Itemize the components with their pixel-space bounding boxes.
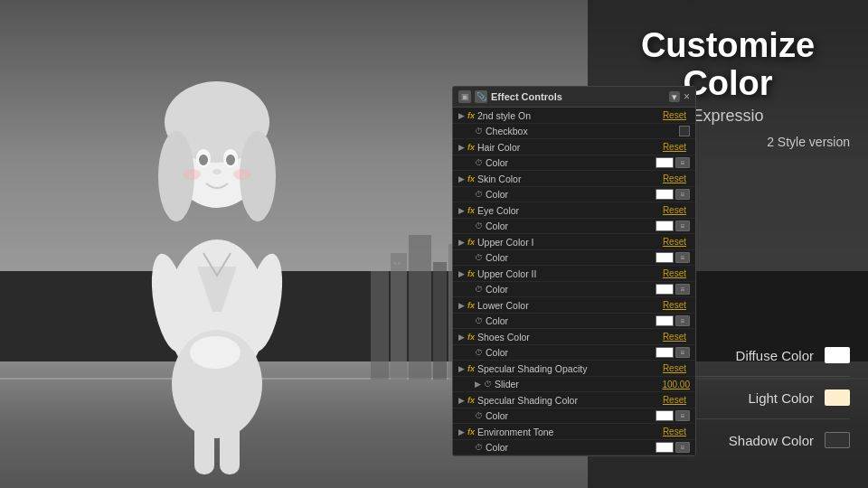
panel-icon-2: 📎	[475, 90, 487, 103]
fx-color-box-lower_color_sub[interactable]	[656, 315, 674, 326]
fx-icon-lower_color: fx	[467, 301, 475, 310]
fx-sub-row-shoes_color_sub: ⏱ Color	[453, 345, 695, 361]
fx-color-box-upper_color1_sub[interactable]	[656, 252, 674, 263]
fx-icon-spec_opacity: fx	[467, 364, 475, 373]
color-label-text-light: Light Color	[748, 390, 814, 406]
fx-expand-shoes_color[interactable]: ▶	[458, 333, 467, 342]
fx-expand-spec_color[interactable]: ▶	[458, 396, 467, 405]
fx-menu-btn-eye_color_sub[interactable]	[675, 221, 690, 231]
style-version: 2 Style version	[767, 135, 850, 149]
clock-icon-hair_color_sub: ⏱	[475, 158, 483, 167]
color-swatch-diffuse[interactable]	[825, 347, 850, 363]
fx-label-spec_color: Specular Shading Color	[477, 395, 663, 406]
fx-slider-expand-spec_opacity_slider[interactable]: ▶	[475, 380, 484, 389]
fx-reset-2nd_style[interactable]: Reset	[663, 110, 686, 120]
fx-expand-skin_color[interactable]: ▶	[458, 174, 467, 183]
fx-reset-spec_color[interactable]: Reset	[663, 395, 686, 405]
fx-reset-upper_color2[interactable]: Reset	[663, 268, 686, 278]
fx-menu-btn-spec_color_sub[interactable]	[675, 410, 690, 421]
clock-icon-eye_color_sub: ⏱	[475, 221, 483, 230]
fx-expand-upper_color1[interactable]: ▶	[458, 238, 467, 247]
fx-label-upper_color1: Upper Color I	[477, 237, 663, 248]
clock-icon-upper_color1_sub: ⏱	[475, 253, 483, 262]
svg-point-25	[212, 169, 222, 174]
panel-header: ▣ 📎 Effect Controls ▾ ×	[453, 87, 695, 108]
fx-expand-upper_color2[interactable]: ▶	[458, 269, 467, 278]
panel-close-button[interactable]: ×	[684, 90, 690, 103]
fx-color-box-spec_color_sub[interactable]	[656, 410, 674, 421]
fx-icon-skin_color: fx	[467, 174, 475, 183]
fx-reset-env_tone[interactable]: Reset	[663, 427, 686, 436]
fx-expand-env_tone[interactable]: ▶	[458, 427, 467, 436]
clock-icon-spec_opacity_slider: ⏱	[484, 380, 492, 389]
fx-sub-row-upper_color2_sub: ⏱ Color	[453, 282, 695, 297]
fx-label-upper_color2: Upper Color II	[477, 268, 663, 279]
fx-icon-shoes_color: fx	[467, 333, 475, 342]
color-label-text-diffuse: Diffuse Color	[736, 348, 814, 363]
fx-sub-label-upper_color2_sub: Color	[486, 284, 656, 295]
fx-row-skin_color[interactable]: ▶ fx Skin Color Reset	[453, 171, 695, 187]
svg-rect-3	[433, 262, 447, 380]
character-svg	[90, 32, 344, 483]
fx-color-box-env_tone_sub[interactable]	[656, 442, 674, 453]
fx-reset-eye_color[interactable]: Reset	[663, 205, 686, 215]
fx-label-lower_color: Lower Color	[477, 300, 663, 311]
panel-dropdown-icon[interactable]: ▾	[669, 91, 680, 102]
fx-expand-spec_opacity[interactable]: ▶	[458, 364, 467, 373]
color-swatch-light[interactable]	[825, 389, 850, 406]
fx-icon-hair_color: fx	[467, 143, 475, 152]
fx-menu-btn-skin_color_sub[interactable]	[675, 189, 690, 200]
fx-sub-row-2nd_style_cb: ⏱ Checkbox	[453, 124, 695, 139]
fx-menu-btn-lower_color_sub[interactable]	[675, 315, 690, 326]
fx-reset-shoes_color[interactable]: Reset	[663, 332, 686, 342]
fx-menu-btn-upper_color1_sub[interactable]	[675, 252, 690, 263]
fx-expand-2nd_style[interactable]: ▶	[458, 111, 467, 120]
fx-row-env_tone[interactable]: ▶ fx Environment Tone Reset	[453, 424, 695, 440]
fx-menu-btn-env_tone_sub[interactable]	[675, 442, 690, 453]
fx-row-upper_color2[interactable]: ▶ fx Upper Color II Reset	[453, 266, 695, 282]
clock-icon-skin_color_sub: ⏱	[475, 190, 483, 199]
fx-color-box-shoes_color_sub[interactable]	[656, 347, 674, 358]
fx-row-shoes_color[interactable]: ▶ fx Shoes Color Reset	[453, 329, 695, 345]
fx-expand-hair_color[interactable]: ▶	[458, 143, 467, 152]
fx-expand-eye_color[interactable]: ▶	[458, 206, 467, 215]
fx-label-eye_color: Eye Color	[477, 205, 663, 216]
fx-sub-row-hair_color_sub: ⏱ Color	[453, 155, 695, 171]
fx-color-box-skin_color_sub[interactable]	[656, 189, 674, 200]
fx-sub-label-hair_color_sub: Color	[486, 157, 656, 168]
fx-row-spec_opacity[interactable]: ▶ fx Specular Shading Opacity Reset	[453, 361, 695, 377]
fx-label-spec_opacity: Specular Shading Opacity	[477, 363, 663, 374]
fx-row-eye_color[interactable]: ▶ fx Eye Color Reset	[453, 202, 695, 219]
svg-point-23	[183, 169, 201, 180]
effect-controls-panel: ▣ 📎 Effect Controls ▾ × ▶ fx 2nd style O…	[452, 86, 696, 456]
fx-checkbox-2nd_style_cb[interactable]	[679, 126, 690, 136]
fx-color-box-hair_color_sub[interactable]	[656, 157, 674, 168]
clock-icon-lower_color_sub: ⏱	[475, 316, 483, 325]
fx-row-hair_color[interactable]: ▶ fx Hair Color Reset	[453, 139, 695, 155]
fx-reset-hair_color[interactable]: Reset	[663, 142, 686, 152]
fx-menu-btn-upper_color2_sub[interactable]	[675, 284, 690, 295]
fx-reset-lower_color[interactable]: Reset	[663, 300, 686, 310]
fx-icon-spec_color: fx	[467, 396, 475, 405]
panel-title: Effect Controls	[491, 91, 665, 102]
clock-icon-env_tone_sub: ⏱	[475, 443, 483, 452]
fx-expand-lower_color[interactable]: ▶	[458, 301, 467, 310]
fx-label-hair_color: Hair Color	[477, 142, 663, 153]
clock-icon-spec_color_sub: ⏱	[475, 411, 483, 420]
fx-sub-label-upper_color1_sub: Color	[486, 252, 656, 263]
fx-reset-spec_opacity[interactable]: Reset	[663, 363, 686, 373]
fx-reset-skin_color[interactable]: Reset	[663, 174, 686, 183]
color-swatch-shadow[interactable]	[825, 432, 850, 448]
fx-menu-btn-shoes_color_sub[interactable]	[675, 347, 690, 358]
fx-row-spec_color[interactable]: ▶ fx Specular Shading Color Reset	[453, 392, 695, 408]
fx-color-box-upper_color2_sub[interactable]	[656, 284, 674, 295]
fx-label-2nd_style: 2nd style On	[477, 110, 663, 121]
fx-row-2nd_style[interactable]: ▶ fx 2nd style On Reset	[453, 108, 695, 124]
fx-reset-upper_color1[interactable]: Reset	[663, 237, 686, 247]
fx-row-upper_color1[interactable]: ▶ fx Upper Color I Reset	[453, 234, 695, 250]
fx-sub-row-eye_color_sub: ⏱ Color	[453, 219, 695, 234]
fx-slider-value-spec_opacity_slider[interactable]: 100.00	[662, 380, 690, 389]
fx-menu-btn-hair_color_sub[interactable]	[675, 157, 690, 168]
fx-color-box-eye_color_sub[interactable]	[656, 221, 674, 231]
fx-row-lower_color[interactable]: ▶ fx Lower Color Reset	[453, 297, 695, 314]
